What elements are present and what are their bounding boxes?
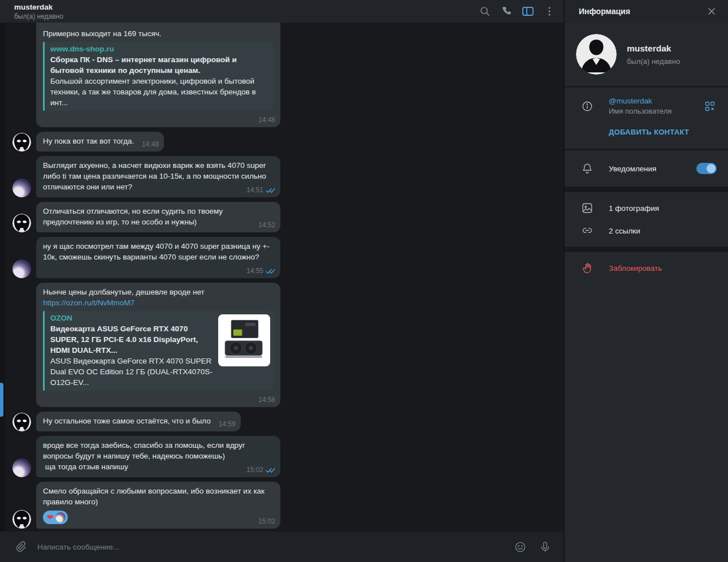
- message-row: Отличаться отличаются, но если судить по…: [12, 202, 557, 232]
- message-time: 14:51: [246, 187, 275, 194]
- message-time-text: 15:02: [246, 466, 263, 474]
- message-text: Примерно выходит на 169 тысяч.: [43, 29, 162, 38]
- read-checks-icon: [266, 268, 275, 274]
- username-texts: @musterdak Имя пользователя: [609, 97, 688, 115]
- active-chat-indicator[interactable]: [0, 383, 3, 417]
- message-time-text: 15:02: [258, 518, 275, 525]
- link-preview-title: Сборка ПК - DNS – интернет магазин цифро…: [50, 54, 270, 76]
- shared-photos-label: 1 фотография: [609, 204, 659, 213]
- details-section: @musterdak Имя пользователя ДОБАВИТЬ КОН…: [565, 88, 728, 149]
- notifications-label: Уведомления: [609, 165, 656, 173]
- link-preview-card[interactable]: www.dns-shop.ruСборка ПК - DNS – интерне…: [43, 42, 274, 111]
- read-checks-icon: [266, 467, 275, 473]
- emoji-icon[interactable]: [512, 538, 528, 555]
- toggle-knob: [707, 164, 716, 173]
- message-row: ну я щас посмотрел там между 4070 и 4070…: [12, 237, 557, 278]
- message-bubble[interactable]: Выглядит ахуенно, а насчет видюхи варик …: [36, 156, 280, 197]
- reaction-pill[interactable]: ❤: [43, 511, 68, 524]
- menu-icon[interactable]: [541, 3, 558, 20]
- link-preview-site[interactable]: www.dns-shop.ru: [50, 44, 270, 54]
- phone-icon[interactable]: [498, 3, 515, 20]
- reactor-avatar: [55, 512, 66, 522]
- notifications-section: Уведомления: [565, 150, 728, 187]
- link-preview-card[interactable]: OZONВидеокарта ASUS GeForce RTX 4070 SUP…: [43, 311, 274, 391]
- notifications-toggle[interactable]: [696, 163, 717, 174]
- message-time: 14:58: [258, 396, 275, 404]
- peer-avatar[interactable]: [12, 214, 31, 232]
- message-time: 14:48: [142, 141, 159, 148]
- link-preview-title: Видеокарта ASUS GeForce RTX 4070 SUPER, …: [50, 323, 213, 356]
- divider: [565, 187, 728, 192]
- qr-code-icon[interactable]: [703, 100, 717, 113]
- message-row: Выглядит ахуенно, а насчет видюхи варик …: [12, 156, 557, 197]
- self-avatar[interactable]: [12, 459, 31, 477]
- self-avatar[interactable]: [12, 260, 31, 278]
- message-time: 14:52: [258, 222, 275, 229]
- message-text: Ну остальное тоже самое остаётся, что и …: [43, 417, 211, 425]
- message-link[interactable]: https://ozon.ru/t/NvMmoM7: [43, 299, 135, 307]
- link-icon: [580, 224, 594, 237]
- username-value[interactable]: @musterdak: [609, 97, 688, 105]
- message-time: 14:48: [258, 116, 275, 124]
- username-caption: Имя пользователя: [609, 107, 688, 115]
- message-bubble[interactable]: Ну остальное тоже самое остаётся, что и …: [36, 412, 241, 431]
- profile-section: musterdak был(а) недавно: [565, 23, 728, 86]
- message-bubble[interactable]: Смело обращайся с любыми вопросами, ибо …: [36, 482, 280, 529]
- info-panel-header: Информация: [565, 0, 728, 23]
- link-preview-image[interactable]: [218, 314, 270, 366]
- bell-icon: [580, 162, 594, 175]
- panel-empty-area: [565, 284, 728, 562]
- self-avatar[interactable]: [12, 179, 31, 197]
- message-bubble[interactable]: ну я щас посмотрел там между 4070 и 4070…: [36, 237, 280, 278]
- chat-header-info[interactable]: musterdak был(а) недавно: [14, 3, 63, 20]
- chat-column: musterdak был(а) недавно: [0, 0, 564, 562]
- message-time: 15:02: [246, 466, 275, 474]
- chat-header[interactable]: musterdak был(а) недавно: [0, 0, 564, 23]
- profile-avatar[interactable]: [576, 34, 617, 75]
- paperclip-icon[interactable]: [12, 538, 29, 555]
- sidebar-toggle-icon[interactable]: [519, 3, 536, 20]
- link-preview-site[interactable]: OZON: [50, 313, 213, 323]
- message-time-text: 14:51: [246, 187, 263, 194]
- shared-links-row[interactable]: 2 ссылки: [565, 219, 728, 242]
- message-bubble[interactable]: вроде все тогда заебись, спасибо за помо…: [36, 436, 280, 477]
- message-row: Ну пока вот так вот тогда.14:48: [12, 132, 557, 152]
- info-icon: [580, 100, 594, 113]
- message-row: Нынче цены долбанутые, дешевле вроде нет…: [12, 283, 557, 407]
- message-bubble[interactable]: Видеокарта 4070 = 60400 https://ozon.ru/…: [36, 23, 280, 127]
- hand-icon: [580, 261, 594, 275]
- link-preview-texts: OZONВидеокарта ASUS GeForce RTX 4070 SUP…: [50, 313, 213, 388]
- shared-photos-row[interactable]: 1 фотография: [565, 197, 728, 219]
- message-text: Отличаться отличаются, но если судить по…: [43, 207, 225, 226]
- link-preview-description: ASUS Видеокарта GeForce RTX 4070 SUPER D…: [50, 356, 213, 388]
- notifications-row[interactable]: Уведомления: [565, 155, 728, 182]
- peer-avatar[interactable]: [12, 413, 31, 431]
- message-input[interactable]: [37, 543, 504, 551]
- close-icon[interactable]: [703, 3, 720, 20]
- message-bubble[interactable]: Нынче цены долбанутые, дешевле вроде нет…: [36, 283, 280, 407]
- message-row: вроде все тогда заебись, спасибо за помо…: [12, 436, 557, 477]
- peer-avatar[interactable]: [12, 133, 31, 152]
- message-text: Смело обращайся с любыми вопросами, ибо …: [43, 487, 267, 506]
- link-preview-texts: www.dns-shop.ruСборка ПК - DNS – интерне…: [50, 44, 270, 108]
- block-user-row[interactable]: Заблокировать: [565, 257, 728, 279]
- add-contact-button[interactable]: ДОБАВИТЬ КОНТАКТ: [565, 120, 728, 144]
- divider: [565, 247, 728, 252]
- block-section: Заблокировать: [565, 252, 728, 284]
- heart-reaction-icon: ❤: [47, 513, 54, 521]
- info-panel: Информация musterdak был(а) недавно: [564, 0, 728, 562]
- chat-list-rail: [0, 23, 6, 531]
- message-list: Видеокарта 4070 = 60400 https://ozon.ru/…: [6, 23, 564, 531]
- message-time-text: 14:55: [246, 267, 263, 275]
- message-bubble[interactable]: Отличаться отличаются, но если судить по…: [36, 202, 280, 232]
- peer-avatar[interactable]: [12, 510, 31, 529]
- message-time-text: 14:58: [258, 396, 275, 404]
- message-bubble[interactable]: Ну пока вот так вот тогда.14:48: [36, 132, 164, 152]
- message-text: Нынче цены долбанутые, дешевле вроде нет: [43, 288, 205, 296]
- telegram-window: musterdak был(а) недавно: [0, 0, 728, 562]
- username-row[interactable]: @musterdak Имя пользователя: [565, 92, 728, 120]
- message-text: Ну пока вот так вот тогда.: [43, 137, 134, 145]
- message-composer: [0, 531, 564, 562]
- microphone-icon[interactable]: [536, 538, 553, 555]
- search-icon[interactable]: [476, 3, 493, 20]
